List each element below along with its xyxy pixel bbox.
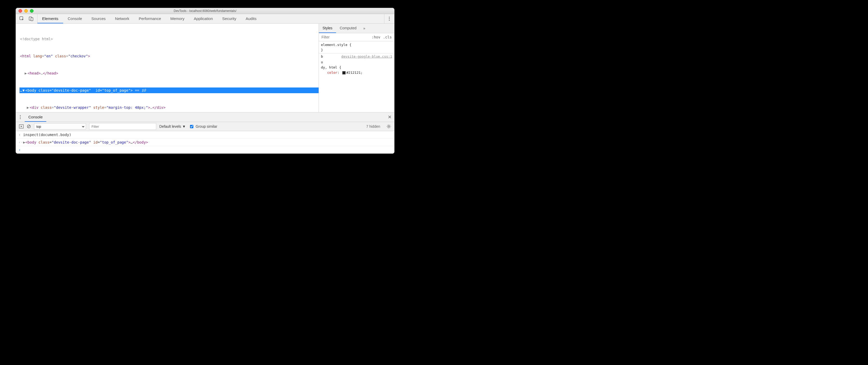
color-swatch-icon[interactable]	[342, 71, 346, 74]
styles-cls-button[interactable]: .cls	[383, 35, 392, 39]
kebab-menu-icon[interactable]	[384, 14, 394, 23]
svg-line-18	[390, 128, 390, 128]
clear-console-icon[interactable]	[27, 124, 31, 129]
console-input-line[interactable]: › inspect(document.body)	[16, 131, 394, 139]
dom-div-wrapper[interactable]: ▶<div class="devsite-wrapper" style="mar…	[20, 105, 319, 110]
styles-sidebar: Styles Computed » :hov .cls + element.st…	[319, 24, 394, 112]
styles-tab-styles[interactable]: Styles	[319, 24, 336, 33]
svg-point-5	[389, 20, 390, 21]
inspect-element-icon[interactable]	[20, 16, 24, 21]
tab-audits[interactable]: Audits	[241, 14, 261, 23]
svg-line-20	[390, 125, 390, 126]
tab-security[interactable]: Security	[218, 14, 241, 23]
tab-sources[interactable]: Sources	[87, 14, 111, 23]
styles-tab-computed[interactable]: Computed	[336, 24, 360, 33]
drawer-tab-console[interactable]: Console	[25, 112, 46, 122]
styles-more-icon[interactable]: »	[360, 24, 369, 33]
svg-line-17	[388, 125, 388, 126]
drawer-kebab-icon[interactable]	[16, 112, 25, 122]
css-val[interactable]: #212121;	[346, 71, 363, 74]
console-toolbar: top Default levels ▼ Group similar 7 hid…	[16, 122, 394, 131]
css-prop[interactable]: color	[327, 71, 337, 74]
dom-html-open[interactable]: <html lang="en" class="checkov">	[20, 53, 319, 59]
dom-body-selected[interactable]: …▼<body class="devsite-doc-page" id="top…	[20, 88, 319, 93]
svg-point-6	[20, 115, 21, 116]
devtools-window: DevTools - localhost:8080/web/fundamenta…	[16, 8, 395, 154]
svg-line-19	[388, 128, 388, 128]
svg-line-11	[28, 125, 30, 128]
dom-doctype[interactable]: <!doctype html>	[20, 36, 319, 42]
console-settings-icon[interactable]	[386, 124, 391, 129]
device-toggle-icon[interactable]	[29, 16, 33, 21]
group-similar-input[interactable]	[190, 125, 193, 128]
tab-network[interactable]: Network	[111, 14, 134, 23]
tab-memory[interactable]: Memory	[166, 14, 189, 23]
console-context-select[interactable]: top	[34, 123, 86, 130]
console-result-line[interactable]: ‹· ▶<body class="devsite-doc-page" id="t…	[16, 139, 394, 146]
tab-application[interactable]: Application	[189, 14, 218, 23]
svg-point-8	[20, 118, 21, 119]
console-filter-input[interactable]	[89, 123, 156, 130]
console-sidebar-toggle-icon[interactable]	[19, 124, 24, 129]
group-similar-checkbox[interactable]: Group similar	[189, 124, 217, 129]
console-hidden-count[interactable]: 7 hidden	[366, 124, 380, 129]
elements-panel: <!doctype html> <html lang="en" class="c…	[16, 24, 394, 112]
console-drawer: Console ✕ top Default levels ▼ Group sim…	[16, 112, 394, 154]
console-levels-select[interactable]: Default levels ▼	[159, 124, 186, 129]
svg-point-12	[388, 126, 390, 127]
main-tabs: Elements Console Sources Network Perform…	[37, 14, 261, 23]
tab-performance[interactable]: Performance	[134, 14, 166, 23]
tab-elements[interactable]: Elements	[37, 14, 63, 23]
styles-filter-input[interactable]	[319, 35, 370, 39]
drawer-close-icon[interactable]: ✕	[385, 112, 394, 122]
tab-console[interactable]: Console	[63, 14, 87, 23]
styles-hov-button[interactable]: :hov	[372, 35, 380, 39]
svg-rect-2	[31, 18, 33, 21]
titlebar: DevTools - localhost:8080/web/fundamenta…	[16, 8, 394, 14]
dom-head[interactable]: ▶<head>…</head>	[20, 70, 319, 76]
window-title: DevTools - localhost:8080/web/fundamenta…	[16, 9, 394, 13]
main-toolbar: Elements Console Sources Network Perform…	[16, 14, 394, 24]
console-body[interactable]: › inspect(document.body) ‹· ▶<body class…	[16, 131, 394, 154]
rule-element-style[interactable]: element.style {	[321, 42, 392, 47]
styles-rules[interactable]: element.style { } b devsite-google-blue.…	[319, 41, 394, 112]
svg-point-4	[389, 18, 390, 19]
rule-source-link[interactable]: devsite-google-blue.css:1	[341, 54, 392, 59]
console-prompt[interactable]: ›	[16, 146, 394, 154]
svg-point-7	[20, 117, 21, 117]
dom-tree[interactable]: <!doctype html> <html lang="en" class="c…	[16, 24, 319, 112]
svg-point-3	[389, 16, 390, 18]
